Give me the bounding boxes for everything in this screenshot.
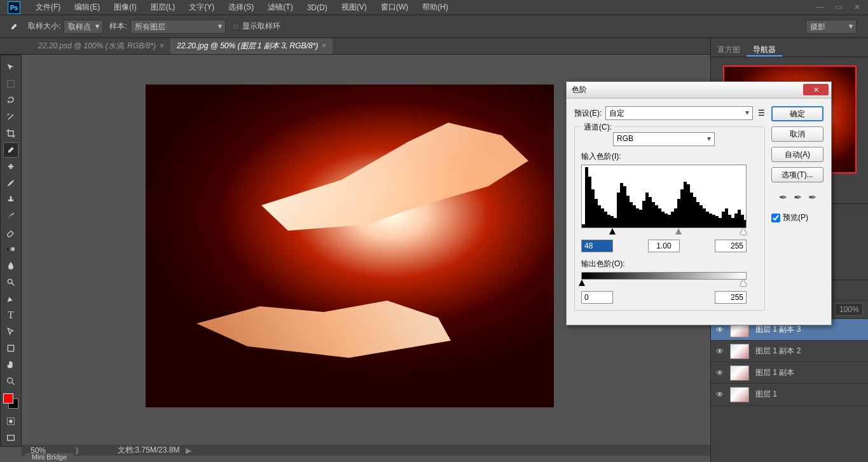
menu-filter[interactable]: 滤镜(T) — [261, 2, 300, 13]
shape-tool[interactable] — [3, 341, 18, 356]
document-canvas[interactable] — [146, 85, 554, 407]
crop-tool[interactable] — [3, 126, 18, 141]
output-slider[interactable] — [581, 280, 747, 289]
brush-tool[interactable] — [3, 175, 18, 191]
menu-select[interactable]: 选择(S) — [221, 2, 261, 13]
menu-image[interactable]: 图像(I) — [107, 2, 143, 13]
tab-close-icon[interactable]: × — [160, 41, 164, 50]
move-tool[interactable] — [3, 60, 18, 75]
status-bar: 50% ⟫ 文档:3.75M/23.8M ▶ — [22, 445, 712, 456]
gamma-slider[interactable] — [675, 228, 682, 234]
eraser-tool[interactable] — [3, 225, 18, 240]
menu-layer[interactable]: 图层(L) — [144, 2, 183, 13]
layer-row[interactable]: 👁 图层 1 — [711, 384, 868, 405]
input-slider[interactable] — [581, 228, 747, 237]
tab-close-icon[interactable]: × — [322, 41, 326, 50]
path-select-tool[interactable] — [3, 324, 18, 339]
preset-menu-icon[interactable]: ☰ — [758, 109, 765, 118]
menu-type[interactable]: 文字(Y) — [182, 2, 221, 13]
heal-tool[interactable] — [3, 159, 18, 174]
dodge-tool[interactable] — [3, 275, 18, 290]
input-black-field[interactable] — [581, 240, 613, 252]
layer-name[interactable]: 图层 1 副本 2 — [755, 346, 863, 357]
screenmode-tool[interactable] — [3, 430, 18, 445]
channel-select[interactable]: RGB — [613, 132, 715, 146]
white-point-slider[interactable] — [740, 228, 747, 234]
visibility-icon[interactable]: 👁 — [716, 347, 725, 356]
svg-rect-3 — [8, 247, 15, 250]
menu-3d[interactable]: 3D(D) — [300, 3, 334, 12]
lasso-tool[interactable] — [3, 93, 18, 108]
layer-thumbnail[interactable] — [730, 344, 749, 359]
gray-eyedropper-icon[interactable]: ✒ — [794, 191, 802, 203]
input-gamma-field[interactable] — [648, 240, 680, 252]
svg-rect-2 — [10, 164, 12, 169]
sample-select[interactable]: 所有图层 ▾ — [130, 20, 226, 34]
black-point-slider[interactable] — [609, 228, 616, 234]
preview-checkbox[interactable] — [771, 214, 780, 222]
wand-tool[interactable] — [3, 109, 18, 125]
tab-navigator[interactable]: 导航器 — [747, 42, 782, 57]
layer-thumbnail[interactable] — [730, 387, 749, 402]
eyedropper-tool[interactable] — [3, 142, 18, 158]
out-black-slider[interactable] — [579, 280, 585, 286]
histogram-chart — [581, 165, 747, 228]
nav-arrow-icon[interactable]: ⟫ — [75, 446, 79, 455]
show-ring-checkbox[interactable] — [232, 23, 240, 31]
info-arrow-icon[interactable]: ▶ — [186, 446, 191, 455]
output-white-field[interactable] — [715, 291, 747, 304]
ok-button[interactable]: 确定 — [771, 106, 823, 121]
workspace-select[interactable]: 摄影 ▾ — [806, 20, 857, 34]
close-icon[interactable]: ✕ — [854, 3, 862, 10]
input-white-field[interactable] — [715, 240, 747, 252]
menu-view[interactable]: 视图(V) — [334, 2, 374, 13]
layer-name[interactable]: 图层 1 副本 3 — [755, 324, 863, 335]
output-black-field[interactable] — [581, 291, 613, 304]
marquee-tool[interactable] — [3, 76, 18, 92]
tab-histogram[interactable]: 直方图 — [711, 42, 747, 57]
doc-tab-1[interactable]: 22.20.psd @ 100% (水滴, RGB/8*)× — [32, 38, 170, 54]
cancel-button[interactable]: 取消 — [771, 126, 823, 142]
minimize-icon[interactable]: — — [816, 3, 823, 10]
layer-thumbnail[interactable] — [730, 365, 749, 381]
menu-help[interactable]: 帮助(H) — [415, 2, 455, 13]
layer-row[interactable]: 👁 图层 1 副本 — [711, 362, 868, 384]
visibility-icon[interactable]: 👁 — [716, 369, 725, 377]
black-eyedropper-icon[interactable]: ✒ — [779, 191, 787, 203]
mini-bridge-tab[interactable]: Mini Bridge — [25, 453, 73, 462]
history-brush-tool[interactable] — [3, 208, 18, 224]
preset-select[interactable]: 自定 — [605, 106, 753, 120]
menu-window[interactable]: 窗口(W) — [374, 2, 415, 13]
blur-tool[interactable] — [3, 258, 18, 273]
menu-bar: Ps 文件(F) 编辑(E) 图像(I) 图层(L) 文字(Y) 选择(S) 滤… — [0, 0, 868, 15]
stamp-tool[interactable] — [3, 192, 18, 207]
visibility-icon[interactable]: 👁 — [716, 390, 725, 399]
out-white-slider[interactable] — [740, 280, 747, 286]
sample-size-select[interactable]: 取样点 ▾ — [64, 20, 103, 34]
maximize-icon[interactable]: ▭ — [835, 3, 843, 10]
white-eyedropper-icon[interactable]: ✒ — [808, 191, 816, 203]
hand-tool[interactable] — [3, 357, 18, 372]
doc-tab-2[interactable]: 22.20.jpg @ 50% (图层 1 副本 3, RGB/8*)× — [170, 38, 333, 54]
pen-tool[interactable] — [3, 291, 18, 306]
tool-palette: T — [0, 55, 22, 447]
options-button[interactable]: 选项(T)... — [771, 167, 823, 182]
color-swatch[interactable] — [3, 393, 18, 409]
layer-name[interactable]: 图层 1 — [755, 389, 863, 400]
auto-button[interactable]: 自动(A) — [771, 147, 823, 162]
visibility-icon[interactable]: 👁 — [716, 325, 725, 334]
svg-point-6 — [8, 378, 13, 383]
eyedropper-icon[interactable] — [5, 18, 23, 36]
fill-field[interactable]: 100% — [835, 303, 863, 316]
dialog-close-button[interactable]: ✕ — [803, 84, 829, 95]
input-levels-label: 输入色阶(I): — [581, 151, 758, 162]
dialog-titlebar[interactable]: 色阶 ✕ — [567, 82, 831, 99]
zoom-tool[interactable] — [3, 374, 18, 389]
type-tool[interactable]: T — [3, 308, 18, 323]
layer-name[interactable]: 图层 1 副本 — [755, 367, 863, 378]
layer-row[interactable]: 👁 图层 1 副本 2 — [711, 341, 868, 362]
quickmask-tool[interactable] — [3, 414, 18, 429]
menu-edit[interactable]: 编辑(E) — [67, 2, 107, 13]
gradient-tool[interactable] — [3, 241, 18, 257]
menu-file[interactable]: 文件(F) — [29, 2, 67, 13]
